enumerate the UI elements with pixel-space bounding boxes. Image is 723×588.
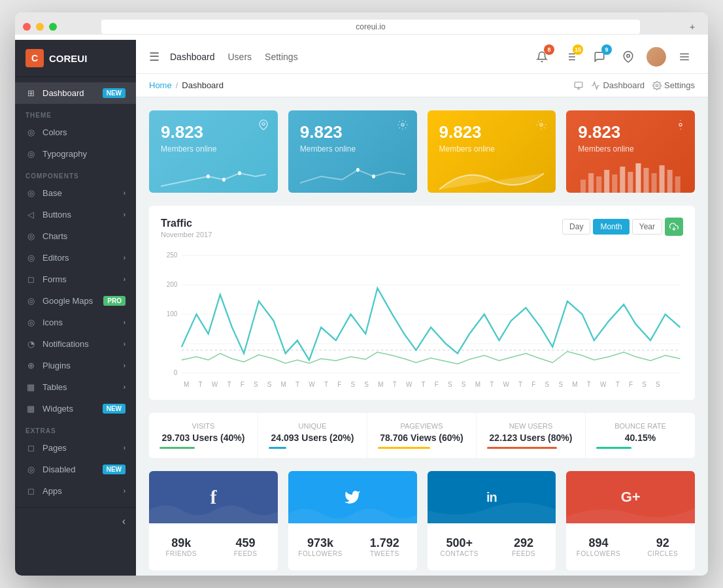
- colors-icon: ◎: [25, 127, 36, 137]
- bell-button[interactable]: 8: [531, 46, 552, 67]
- sidebar-item-tables[interactable]: ▦ Tables ›: [15, 376, 136, 398]
- newusers-bar: [487, 447, 557, 449]
- section-theme: THEME: [15, 104, 136, 122]
- sidebar-item-label: Google Maps: [42, 296, 93, 306]
- facebook-friends-label: FRIENDS: [154, 550, 208, 557]
- editors-icon: ◎: [25, 253, 36, 263]
- chart-controls: Day Month Year: [562, 218, 683, 236]
- traffic-chart: 250 200 100 0: [161, 249, 683, 380]
- googleplus-followers-value: 894: [571, 536, 625, 550]
- chevron-icon: ›: [124, 384, 126, 391]
- sidebar-item-base[interactable]: ◎ Base ›: [15, 182, 136, 204]
- chart-btn-month[interactable]: Month: [593, 219, 629, 235]
- twitter-followers-value: 973k: [294, 536, 347, 550]
- chart-btn-year[interactable]: Year: [632, 219, 662, 235]
- visits-value: 29.703 Users (40%): [160, 433, 247, 443]
- chart-title: Traffic: [161, 218, 212, 229]
- card1-icon: [258, 120, 269, 132]
- sidebar-item-editors[interactable]: ◎ Editors ›: [15, 247, 136, 269]
- list-button[interactable]: 15: [560, 46, 581, 67]
- sidebar-item-charts[interactable]: ◎ Charts: [15, 225, 136, 247]
- chart-header: Traffic November 2017 Day Month Year: [161, 218, 683, 238]
- sidebar-item-googlemaps[interactable]: ◎ Google Maps PRO: [15, 290, 136, 312]
- sidebar-item-label: Pages: [42, 443, 67, 453]
- chart-btn-day[interactable]: Day: [562, 219, 590, 235]
- svg-point-16: [222, 178, 226, 182]
- sidebar-item-buttons[interactable]: ◁ Buttons ›: [15, 204, 136, 225]
- sidebar-item-colors[interactable]: ◎ Colors: [15, 122, 136, 143]
- pro-badge: PRO: [103, 296, 126, 306]
- sidebar-item-widgets[interactable]: ▦ Widgets NEW: [15, 398, 136, 419]
- svg-point-15: [207, 174, 210, 178]
- sidebar-item-pages[interactable]: ◻ Pages ›: [15, 437, 136, 459]
- sidebar-item-dashboard[interactable]: ⊞ Dashboard NEW: [15, 82, 136, 104]
- svg-point-18: [401, 123, 404, 126]
- new-tab-btn[interactable]: +: [684, 19, 700, 35]
- linkedin-feeds: 292 FEEDS: [492, 531, 556, 563]
- chat-button[interactable]: 9: [589, 46, 610, 67]
- sidebar-item-apps[interactable]: ◻ Apps ›: [15, 480, 136, 502]
- close-btn[interactable]: [23, 23, 31, 31]
- googleplus-followers-label: FOLLOWERS: [571, 550, 625, 557]
- breadcrumb-home[interactable]: Home: [149, 80, 172, 90]
- card3-chart: [439, 160, 545, 193]
- address-bar[interactable]: coreui.io: [101, 20, 640, 34]
- forms-icon: ◻: [25, 274, 36, 284]
- topnav-link-settings[interactable]: Settings: [265, 52, 298, 62]
- twitter-followers: 973k FOLLOWERS: [288, 531, 352, 563]
- sidebar-item-forms[interactable]: ◻ Forms ›: [15, 269, 136, 290]
- sidebar-item-label: Buttons: [42, 210, 71, 220]
- topnav-link-users[interactable]: Users: [228, 52, 252, 62]
- topnav-links: Dashboard Users Settings: [170, 52, 298, 62]
- stats-row: Visits 29.703 Users (40%) Unique 24.093 …: [149, 413, 695, 458]
- svg-rect-35: [675, 176, 681, 193]
- minimize-btn[interactable]: [36, 23, 44, 31]
- svg-point-19: [356, 168, 360, 172]
- user-avatar[interactable]: [647, 47, 666, 67]
- googleplus-circles-label: CIRCLES: [636, 550, 690, 557]
- dashboard-icon: ⊞: [25, 88, 36, 98]
- sidebar-item-disabled[interactable]: ◎ Disabled NEW: [15, 459, 136, 480]
- sidebar-item-typography[interactable]: ◎ Typography: [15, 143, 136, 165]
- breadcrumb-action-dashboard[interactable]: Dashboard: [591, 80, 645, 90]
- googleplus-icon: G+: [621, 489, 641, 506]
- card4-label: Members online: [578, 144, 683, 154]
- sidebar-item-label: Base: [42, 188, 62, 198]
- breadcrumb-action-monitor[interactable]: [574, 81, 583, 90]
- breadcrumb-current: Dashboard: [182, 80, 224, 90]
- twitter-stats: 973k FOLLOWERS 1.792 TWEETS: [288, 523, 417, 570]
- notifications-icon: ◔: [25, 339, 36, 349]
- twitter-tweets-label: TWEETS: [358, 550, 411, 557]
- more-menu-button[interactable]: [674, 46, 695, 67]
- googleplus-circles: 92 CIRCLES: [631, 531, 695, 563]
- linkedin-contacts-label: CONTACTS: [433, 550, 486, 557]
- collapse-button[interactable]: ‹: [117, 513, 131, 530]
- location-button[interactable]: [618, 46, 639, 67]
- maximize-btn[interactable]: [49, 23, 57, 31]
- breadcrumb-action-settings[interactable]: Settings: [652, 80, 695, 90]
- sidebar-item-icons[interactable]: ◎ Icons ›: [15, 312, 136, 333]
- svg-rect-26: [604, 170, 609, 193]
- sidebar: C COREUI ⊞ Dashboard NEW THEME ◎ Colors: [15, 40, 136, 576]
- googlemaps-icon: ◎: [25, 296, 36, 306]
- stat-cards: 9.823 Members online: [149, 110, 695, 193]
- stat-newusers: New Users 22.123 Users (80%): [477, 413, 586, 458]
- base-icon: ◎: [25, 188, 36, 198]
- card2-chart: [300, 160, 405, 193]
- twitter-header: [288, 471, 417, 523]
- topnav-link-dashboard[interactable]: Dashboard: [170, 52, 215, 62]
- card1-value: 9.823: [161, 122, 266, 142]
- card3-label: Members online: [439, 144, 545, 154]
- sidebar-item-plugins[interactable]: ⊕ Plugins ›: [15, 355, 136, 376]
- sidebar-item-label: Editors: [42, 253, 69, 263]
- menu-toggle[interactable]: ☰: [149, 50, 160, 64]
- linkedin-icon: in: [486, 490, 497, 505]
- chevron-icon: ›: [124, 189, 126, 197]
- linkedin-feeds-value: 292: [497, 536, 550, 550]
- chevron-icon: ›: [124, 254, 126, 261]
- widgets-badge: NEW: [103, 404, 126, 414]
- sidebar-item-notifications[interactable]: ◔ Notifications ›: [15, 333, 136, 355]
- chart-download-btn[interactable]: [665, 218, 683, 236]
- twitter-tweets-value: 1.792: [358, 536, 411, 550]
- sidebar-item-label: Charts: [42, 231, 67, 241]
